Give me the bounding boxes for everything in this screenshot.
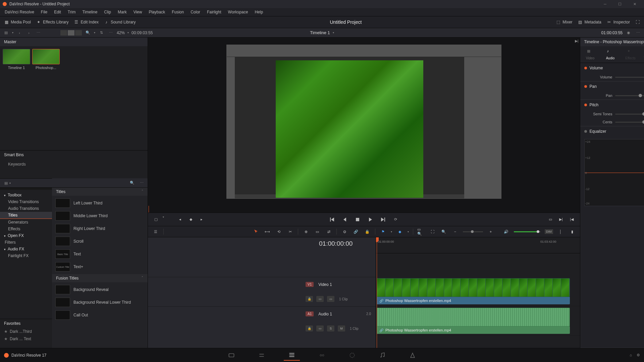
window-minimize-button[interactable]: ─ xyxy=(598,1,612,7)
title-item[interactable]: Right Lower Third xyxy=(53,223,146,235)
search-button[interactable]: 🔍 xyxy=(85,29,91,36)
zoom-fit-button[interactable]: ⛶ xyxy=(429,228,436,235)
section-enable-dot[interactable] xyxy=(584,104,587,106)
menu-color[interactable]: Color xyxy=(187,8,204,16)
fusion-title-item[interactable]: Background Reveal Lower Third xyxy=(53,296,146,308)
sort-button[interactable]: ⇅ xyxy=(98,29,105,36)
tree-fairlight[interactable]: Fairlight FX xyxy=(0,252,52,259)
smartbins-header[interactable]: Smart Bins xyxy=(0,150,148,159)
title-item[interactable]: Middle Lower Third xyxy=(53,210,146,222)
video-track-lane[interactable]: 🔗 Photoshop Wassertropfen erstellen.mp4 xyxy=(376,277,580,306)
menu-trim[interactable]: Trim xyxy=(64,8,79,16)
track-lock-button[interactable]: 🔒 xyxy=(306,296,313,302)
window-close-button[interactable]: ✕ xyxy=(628,1,641,7)
play-button[interactable] xyxy=(366,216,374,224)
pitch-section-title[interactable]: Pitch xyxy=(590,103,644,107)
page-edit[interactable] xyxy=(284,350,300,361)
crop-button[interactable]: ▢ xyxy=(152,216,160,224)
collapse-icon[interactable]: ⌃ xyxy=(141,276,144,281)
match-frame-button[interactable]: ▭ xyxy=(546,216,554,224)
volume-section-title[interactable]: Volume xyxy=(590,66,644,70)
dim-button[interactable]: DIM xyxy=(545,229,553,234)
bin-view-button[interactable]: ▤ xyxy=(3,29,9,36)
edit-index-toggle[interactable]: ☰ Edit Index xyxy=(74,20,99,24)
options-button[interactable]: ⋯ xyxy=(107,29,114,36)
link-toggle[interactable]: 🔗 xyxy=(352,228,360,235)
prev-frame-button[interactable] xyxy=(341,216,349,224)
audio-track-lane[interactable]: 🔗 Photoshop Wassertropfen erstellen.mp4 xyxy=(376,306,580,336)
track-mute-button[interactable]: M xyxy=(338,325,345,331)
video-track-badge[interactable]: V1 xyxy=(306,282,314,287)
next-edit-button[interactable]: ▶| xyxy=(557,216,565,224)
audio-track-name[interactable]: Audio 1 xyxy=(318,312,332,316)
blade-tool[interactable]: ✂ xyxy=(286,228,294,235)
flag-button[interactable]: ⚑ xyxy=(379,228,387,235)
tree-titles[interactable]: Titles xyxy=(0,212,52,219)
go-to-end-icon[interactable]: ▶| xyxy=(575,39,579,43)
timeline-tracks[interactable]: 01:00:00:00 01:03:42:00 01:07:24:00 🔗 Ph… xyxy=(376,237,580,348)
view-metadata-button[interactable] xyxy=(60,30,67,36)
effects-library-toggle[interactable]: ✦ Effects Library xyxy=(36,20,68,24)
audio-track-badge[interactable]: A1 xyxy=(306,311,314,316)
title-item[interactable]: Custom TitleText+ xyxy=(53,261,146,273)
snapping-toggle[interactable]: ⊙ xyxy=(341,228,348,235)
page-fairlight[interactable] xyxy=(374,350,390,361)
monitor-volume-slider[interactable] xyxy=(514,231,541,232)
track-solo-button[interactable]: S xyxy=(327,325,334,331)
title-item[interactable]: Scroll xyxy=(53,235,146,247)
bypass-button[interactable]: ◉ xyxy=(625,29,632,36)
more-button[interactable]: ⋯ xyxy=(35,29,42,36)
zoom-in-button[interactable]: + xyxy=(487,228,494,235)
menu-help[interactable]: Help xyxy=(251,8,266,16)
tree-video-transitions[interactable]: Video Transitions xyxy=(0,198,52,205)
playhead[interactable] xyxy=(377,237,377,348)
tree-filters[interactable]: Filters xyxy=(0,239,52,246)
sound-library-toggle[interactable]: ♪ Sound Library xyxy=(104,20,136,24)
inspector-toggle[interactable]: ✂ Inspector xyxy=(607,20,630,24)
overwrite-clip-button[interactable]: ▭ xyxy=(314,228,321,235)
equalizer-graph[interactable]: +24 +12 0 -12 -24 +24 +12 0 -12 -24 xyxy=(584,139,644,206)
stop-button[interactable] xyxy=(354,216,362,224)
smartbin-keywords[interactable]: Keywords xyxy=(0,161,148,168)
eq-section-title[interactable]: Equalizer xyxy=(590,129,644,134)
jump-start-button[interactable] xyxy=(328,216,336,224)
title-item[interactable]: Left Lower Third xyxy=(53,197,146,209)
effects-options-button[interactable]: ⋯ xyxy=(138,180,145,186)
section-enable-dot[interactable] xyxy=(584,85,587,88)
media-pool-toggle[interactable]: ▦ Media Pool xyxy=(4,20,31,24)
view-list-button[interactable] xyxy=(75,30,82,36)
section-enable-dot[interactable] xyxy=(584,130,587,133)
tree-audiofx[interactable]: Audio FX xyxy=(0,246,52,252)
timeline-zoom-slider[interactable] xyxy=(463,231,483,232)
favorite-item[interactable]: ★Dark ... Text xyxy=(0,335,52,343)
chevron-down-icon[interactable]: ▾ xyxy=(127,31,129,34)
jump-end-button[interactable] xyxy=(379,216,387,224)
menu-edit[interactable]: Edit xyxy=(51,8,64,16)
selection-tool[interactable] xyxy=(252,228,260,235)
menu-davinci[interactable]: DaVinci Resolve xyxy=(1,8,38,16)
fullscreen-toggle[interactable]: ⛶ xyxy=(635,20,640,24)
audio-clip[interactable] xyxy=(377,308,570,326)
menu-fusion[interactable]: Fusion xyxy=(168,8,187,16)
menu-workspace[interactable]: Workspace xyxy=(225,8,252,16)
zoom-out-button[interactable]: − xyxy=(451,228,459,235)
menu-playback[interactable]: Playback xyxy=(145,8,168,16)
metadata-toggle[interactable]: ▤ Metadata xyxy=(578,20,601,24)
fusion-title-item[interactable]: Background Reveal xyxy=(53,284,146,296)
trim-tool[interactable]: ⟷ xyxy=(264,228,271,235)
pan-section-title[interactable]: Pan xyxy=(590,84,644,89)
chevron-down-icon[interactable]: ▾ xyxy=(333,31,334,34)
collapse-icon[interactable]: ⌃ xyxy=(141,189,144,194)
prev-edit-button[interactable]: |◀ xyxy=(568,216,576,224)
zoom-detail-button[interactable]: 🔍 xyxy=(440,228,447,235)
chevron-down-icon[interactable]: ▾ xyxy=(391,230,392,233)
inspector-tab-audio[interactable]: ♪Audio xyxy=(600,49,621,60)
menu-file[interactable]: File xyxy=(38,8,51,16)
cents-slider[interactable] xyxy=(615,122,644,123)
view-thumb-button[interactable] xyxy=(68,30,74,36)
chevron-down-icon[interactable]: ▾ xyxy=(163,216,164,224)
chevron-down-icon[interactable]: ▾ xyxy=(408,230,409,233)
effects-layout-button[interactable]: ▤ xyxy=(3,180,9,186)
mixer-toggle[interactable]: ⬚ Mixer xyxy=(556,20,572,24)
timeline-ruler[interactable]: 01:00:00:00 01:03:42:00 01:07:24:00 xyxy=(376,237,580,253)
